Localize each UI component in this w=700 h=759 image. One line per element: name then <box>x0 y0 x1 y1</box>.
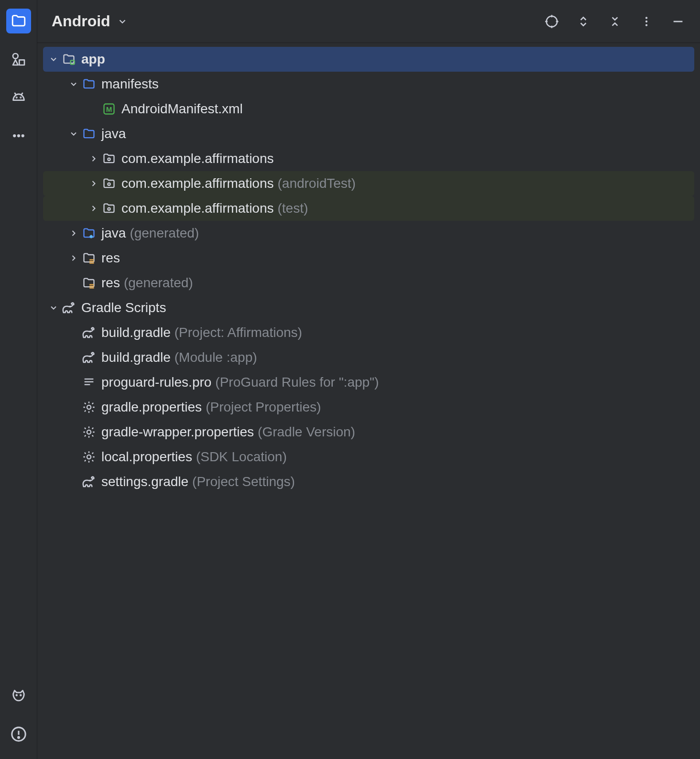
tree-node-gradle-scripts[interactable]: Gradle Scripts <box>43 295 694 320</box>
folder-icon <box>81 76 97 92</box>
minimize-button[interactable] <box>670 14 686 29</box>
tree-label: gradle.properties <box>101 400 202 415</box>
svg-point-47 <box>87 455 91 459</box>
gear-icon <box>81 400 97 415</box>
tree-hint: (test) <box>278 201 308 216</box>
svg-point-6 <box>13 135 15 137</box>
svg-point-9 <box>16 695 17 696</box>
tree-label: settings.gradle <box>101 474 188 489</box>
view-mode-selector[interactable]: Android <box>52 12 128 30</box>
tree-node-java-generated[interactable]: java (generated) <box>43 221 694 246</box>
generated-folder-icon <box>81 226 97 241</box>
project-tree: app manifests M AndroidManifest.xml <box>37 43 700 498</box>
svg-point-26 <box>108 158 110 161</box>
svg-line-3 <box>21 93 22 95</box>
tree-label: res <box>101 250 120 266</box>
tree-node-app[interactable]: app <box>43 47 694 72</box>
module-folder-icon <box>61 52 77 67</box>
tree-node-manifest-file[interactable]: M AndroidManifest.xml <box>43 97 694 121</box>
svg-point-40 <box>90 331 91 332</box>
svg-point-0 <box>13 54 18 59</box>
tree-label: gradle-wrapper.properties <box>101 424 254 440</box>
view-mode-label: Android <box>52 12 110 30</box>
options-button[interactable] <box>639 14 654 29</box>
tree-label: proguard-rules.pro <box>101 375 211 390</box>
chevron-down-icon <box>66 126 81 141</box>
collapse-all-button[interactable] <box>607 14 623 29</box>
tree-node-gradle-properties[interactable]: gradle.properties (Project Properties) <box>43 395 694 420</box>
tree-node-package-test[interactable]: com.example.affirmations (test) <box>43 196 694 221</box>
chevron-down-icon <box>46 300 61 315</box>
structure-tool-button[interactable] <box>6 47 31 72</box>
tree-node-res-generated[interactable]: res (generated) <box>43 271 694 295</box>
expand-collapse-button[interactable] <box>576 14 591 29</box>
tree-hint: (Project Settings) <box>192 474 295 489</box>
svg-point-13 <box>18 737 19 738</box>
tree-node-package-main[interactable]: com.example.affirmations <box>43 146 694 171</box>
tree-label: com.example.affirmations <box>121 176 274 191</box>
svg-point-19 <box>645 17 647 19</box>
svg-point-10 <box>20 695 21 696</box>
resource-folder-icon <box>81 250 97 266</box>
tree-node-res[interactable]: res <box>43 246 694 271</box>
tree-hint: (Project: Affirmations) <box>175 325 302 340</box>
tree-hint: (generated) <box>124 275 193 291</box>
chevron-right-icon <box>66 250 81 266</box>
tree-node-wrapper-properties[interactable]: gradle-wrapper.properties (Gradle Versio… <box>43 420 694 445</box>
svg-point-7 <box>17 135 20 137</box>
tree-hint: (Gradle Version) <box>258 424 355 440</box>
gradle-icon <box>81 350 97 365</box>
svg-point-48 <box>90 480 91 481</box>
tree-label: build.gradle <box>101 325 171 340</box>
svg-point-28 <box>108 208 110 210</box>
svg-point-14 <box>547 16 558 27</box>
svg-point-27 <box>108 183 110 185</box>
more-tool-button[interactable] <box>6 123 31 148</box>
tree-node-settings-gradle[interactable]: settings.gradle (Project Settings) <box>43 469 694 494</box>
tree-label: manifests <box>101 76 159 92</box>
tree-label: java <box>101 226 126 241</box>
svg-point-46 <box>87 430 91 434</box>
chevrons-collapse-icon <box>609 15 621 28</box>
svg-point-41 <box>90 356 91 357</box>
tree-node-proguard[interactable]: proguard-rules.pro (ProGuard Rules for "… <box>43 370 694 395</box>
svg-point-39 <box>70 306 71 307</box>
tree-node-manifests[interactable]: manifests <box>43 72 694 97</box>
cat-icon <box>11 688 27 704</box>
dots-vertical-icon <box>640 15 653 28</box>
chevron-right-icon <box>86 201 101 216</box>
android-tool-button[interactable] <box>6 85 31 110</box>
header-actions <box>544 14 686 29</box>
project-tool-button[interactable] <box>6 9 31 33</box>
text-file-icon <box>81 375 97 390</box>
chevron-down-icon <box>46 52 61 67</box>
tree-node-local-properties[interactable]: local.properties (SDK Location) <box>43 445 694 469</box>
tree-label: app <box>81 52 105 67</box>
svg-point-21 <box>645 24 647 26</box>
dots-horizontal-icon <box>11 129 26 143</box>
android-icon <box>11 89 27 106</box>
gradle-icon <box>61 300 77 315</box>
gear-icon <box>81 449 97 465</box>
chevrons-vertical-icon <box>577 15 590 28</box>
select-opened-file-button[interactable] <box>544 14 559 29</box>
tool-sidebar <box>0 0 37 759</box>
tree-node-build-gradle-project[interactable]: build.gradle (Project: Affirmations) <box>43 320 694 345</box>
tree-hint: (Module :app) <box>175 350 257 365</box>
tree-label: build.gradle <box>101 350 171 365</box>
tree-node-package-android-test[interactable]: com.example.affirmations (androidTest) <box>43 171 694 196</box>
project-panel: Android <box>37 0 700 759</box>
tree-node-build-gradle-module[interactable]: build.gradle (Module :app) <box>43 345 694 370</box>
tree-node-java[interactable]: java <box>43 121 694 146</box>
folder-icon <box>81 126 97 141</box>
tree-label: com.example.affirmations <box>121 201 274 216</box>
svg-rect-1 <box>19 60 24 65</box>
package-icon <box>101 201 117 216</box>
project-header: Android <box>37 0 700 43</box>
folder-icon <box>11 13 27 29</box>
cat-tool-button[interactable] <box>6 683 31 708</box>
problems-tool-button[interactable] <box>6 722 31 747</box>
gradle-icon <box>81 325 97 340</box>
tree-label: com.example.affirmations <box>121 151 274 166</box>
tree-hint: (generated) <box>130 226 199 241</box>
